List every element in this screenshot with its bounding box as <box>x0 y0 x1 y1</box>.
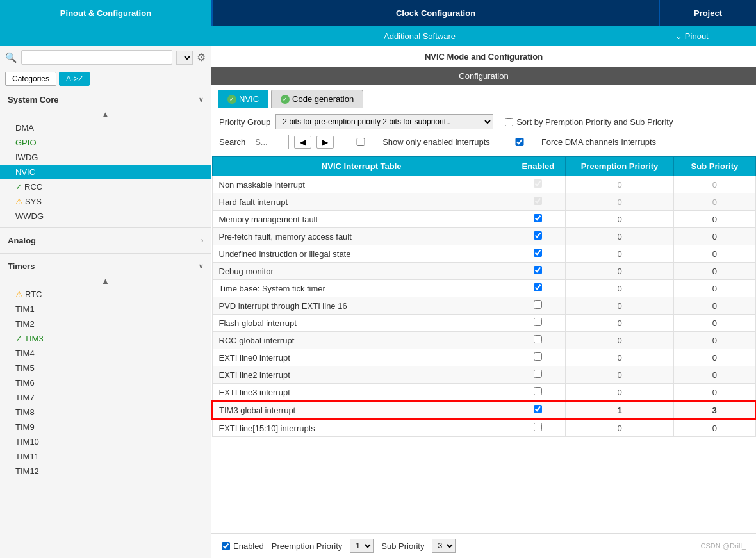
sidebar-item-dma[interactable]: DMA <box>0 120 211 135</box>
search-input[interactable] <box>21 50 172 65</box>
search-next-btn[interactable]: ▶ <box>316 136 334 149</box>
tab-nvic[interactable]: ✓ NVIC <box>218 90 268 108</box>
interrupt-name: TIM3 global interrupt <box>212 401 511 419</box>
pinout-config-tab[interactable]: Pinout & Configuration <box>0 0 211 26</box>
sidebar-item-gpio[interactable]: GPIO <box>0 135 211 150</box>
enabled-checkbox[interactable] <box>534 231 542 240</box>
enabled-checkbox[interactable] <box>534 370 542 378</box>
enabled-checkbox[interactable] <box>534 318 542 326</box>
search-icon: 🔍 <box>5 52 17 63</box>
sidebar-item-rtc[interactable]: ⚠ RTC <box>0 287 211 302</box>
search-prev-btn[interactable]: ◀ <box>294 136 311 149</box>
col-header-enabled: Enabled <box>511 157 565 176</box>
search-field[interactable] <box>251 135 289 149</box>
gear-icon[interactable]: ⚙ <box>197 51 206 63</box>
project-tab[interactable]: Project <box>660 0 756 26</box>
tab-atoz[interactable]: A->Z <box>59 72 90 86</box>
sidebar-item-tim3[interactable]: ✓ TIM3 <box>0 331 211 346</box>
preemption-cell: 0 <box>565 384 674 402</box>
col-header-subpriority: Sub Priority <box>674 157 755 176</box>
sidebar-item-tim1[interactable]: TIM1 <box>0 302 211 316</box>
enabled-checkbox[interactable] <box>534 179 542 188</box>
enabled-checkbox[interactable] <box>534 283 542 291</box>
top-nav: Pinout & Configuration Clock Configurati… <box>0 0 756 26</box>
sidebar-item-tim8[interactable]: TIM8 <box>0 405 211 420</box>
up-arrow-icon: ▲ <box>101 110 110 119</box>
enabled-checkbox[interactable] <box>534 405 542 413</box>
sidebar-item-rcc[interactable]: ✓ RCC <box>0 179 211 194</box>
show-only-enabled-label: Show only enabled interrupts <box>341 137 490 147</box>
enabled-checkbox[interactable] <box>534 335 542 343</box>
sidebar-item-tim4[interactable]: TIM4 <box>0 346 211 361</box>
search-dropdown[interactable] <box>176 51 193 65</box>
pinout-tab[interactable]: ⌄ Pinout <box>628 26 756 46</box>
preemption-cell: 0 <box>565 315 674 332</box>
sidebar-item-iwdg[interactable]: IWDG <box>0 150 211 165</box>
enabled-checkbox[interactable] <box>534 249 542 257</box>
sidebar-item-tim2[interactable]: TIM2 <box>0 316 211 331</box>
enabled-checkbox[interactable] <box>534 266 542 274</box>
additional-software-tab[interactable]: Additional Software <box>211 26 628 46</box>
sidebar-item-tim10[interactable]: TIM10 <box>0 434 211 449</box>
enabled-cell[interactable] <box>511 401 565 419</box>
bottom-subpriority-select[interactable]: 3 0 1 2 <box>432 539 456 553</box>
enabled-cell[interactable] <box>511 176 565 193</box>
bottom-enabled-checkbox[interactable] <box>222 542 230 550</box>
sidebar-item-tim11[interactable]: TIM11 <box>0 449 211 464</box>
sidebar-tabs: Categories A->Z <box>0 69 211 88</box>
subpriority-cell: 0 <box>674 366 755 384</box>
force-dma-checkbox[interactable] <box>500 138 539 146</box>
interrupt-name: RCC global interrupt <box>212 332 511 349</box>
sort-checkbox[interactable] <box>505 118 513 126</box>
enabled-cell[interactable] <box>511 419 565 437</box>
enabled-cell[interactable] <box>511 349 565 366</box>
analog-header[interactable]: Analog › <box>0 232 211 249</box>
subpriority-cell: 0 <box>674 280 755 297</box>
sidebar-item-sys[interactable]: ⚠ SYS <box>0 194 211 209</box>
enabled-cell[interactable] <box>511 193 565 211</box>
tab-categories[interactable]: Categories <box>5 72 56 86</box>
sidebar-item-tim6[interactable]: TIM6 <box>0 375 211 390</box>
enabled-cell[interactable] <box>511 280 565 297</box>
sidebar-item-nvic[interactable]: NVIC <box>0 165 211 179</box>
scroll-up-timers[interactable]: ▲ <box>0 275 211 287</box>
sidebar-item-tim12[interactable]: TIM12 <box>0 464 211 479</box>
interrupt-name: Debug monitor <box>212 263 511 280</box>
enabled-cell[interactable] <box>511 228 565 245</box>
clock-config-tab[interactable]: Clock Configuration <box>211 0 660 26</box>
table-row: EXTI line2 interrupt00 <box>212 366 755 384</box>
sidebar-item-wwdg[interactable]: WWDG <box>0 209 211 224</box>
bottom-bar: Enabled Preemption Priority 1 0 2 3 Sub … <box>211 533 756 558</box>
table-row: Flash global interrupt00 <box>212 315 755 332</box>
scroll-up-arrow[interactable]: ▲ <box>0 108 211 120</box>
bottom-preemption-select[interactable]: 1 0 2 3 <box>350 539 374 553</box>
chevron-down-icon: ∨ <box>199 96 203 103</box>
system-core-header[interactable]: System Core ∨ <box>0 91 211 108</box>
priority-group-select[interactable]: 2 bits for pre-emption priority 2 bits f… <box>275 114 493 129</box>
sidebar-item-tim7[interactable]: TIM7 <box>0 390 211 405</box>
enabled-checkbox[interactable] <box>534 423 542 431</box>
enabled-cell[interactable] <box>511 211 565 228</box>
content-scroll: Configuration ✓ NVIC ✓ Code generation P… <box>211 67 756 533</box>
enabled-checkbox[interactable] <box>534 352 542 361</box>
tab-code-generation[interactable]: ✓ Code generation <box>271 90 363 108</box>
search-row: Search ◀ ▶ Show only enabled interrupts … <box>219 135 748 149</box>
table-row: Pre-fetch fault, memory access fault00 <box>212 228 755 245</box>
enabled-cell[interactable] <box>511 245 565 263</box>
enabled-checkbox[interactable] <box>534 387 542 395</box>
interrupt-name: EXTI line0 interrupt <box>212 349 511 366</box>
enabled-cell[interactable] <box>511 332 565 349</box>
enabled-checkbox[interactable] <box>534 214 542 222</box>
enabled-checkbox[interactable] <box>534 300 542 309</box>
show-only-enabled-checkbox[interactable] <box>341 138 380 146</box>
enabled-checkbox[interactable] <box>534 197 542 205</box>
sidebar-item-tim9[interactable]: TIM9 <box>0 420 211 434</box>
enabled-cell[interactable] <box>511 297 565 315</box>
enabled-cell[interactable] <box>511 366 565 384</box>
sidebar-item-tim5[interactable]: TIM5 <box>0 361 211 375</box>
timers-header[interactable]: Timers ∨ <box>0 258 211 275</box>
subpriority-cell: 0 <box>674 419 755 437</box>
enabled-cell[interactable] <box>511 315 565 332</box>
enabled-cell[interactable] <box>511 384 565 402</box>
enabled-cell[interactable] <box>511 263 565 280</box>
